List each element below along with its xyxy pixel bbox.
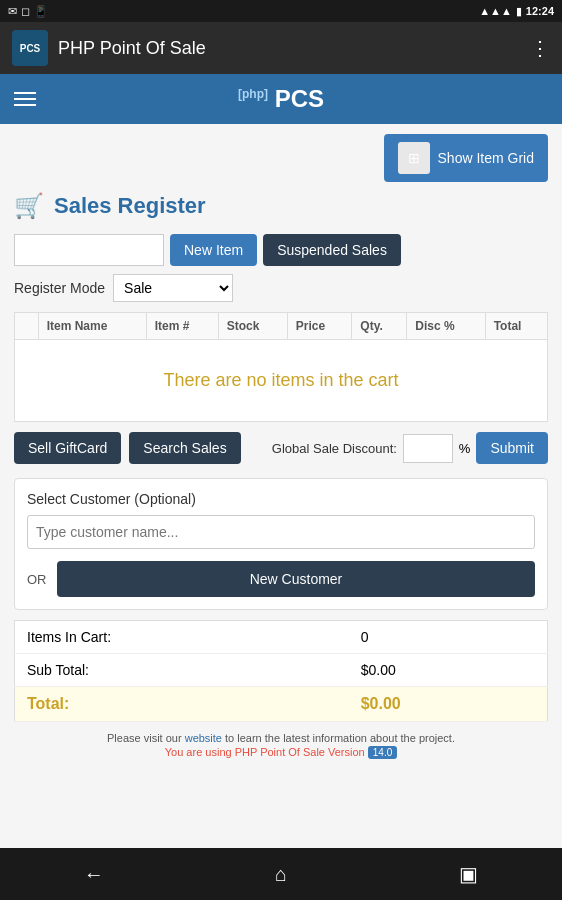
discount-label: Global Sale Discount: (272, 441, 397, 456)
status-time: 12:24 (526, 5, 554, 17)
show-item-grid-row: ⊞ Show Item Grid (14, 134, 548, 182)
battery-icon: ▮ (516, 5, 522, 18)
cart-empty-row: There are no items in the cart (15, 340, 548, 422)
bottom-nav: ← ⌂ ▣ (0, 848, 562, 900)
status-bar-right: ▲▲▲ ▮ 12:24 (479, 5, 554, 18)
customer-name-input[interactable] (27, 515, 535, 549)
col-disc: Disc % (407, 313, 485, 340)
new-item-button[interactable]: New Item (170, 234, 257, 266)
total-row: Total: $0.00 (15, 687, 548, 722)
show-item-grid-button[interactable]: ⊞ Show Item Grid (384, 134, 548, 182)
app-icon: PCS (12, 30, 48, 66)
wifi-icon: ▲▲▲ (479, 5, 512, 17)
items-in-cart-row: Items In Cart: 0 (15, 621, 548, 654)
footer-website-link[interactable]: website (185, 732, 222, 744)
or-text: OR (27, 572, 47, 587)
discount-input[interactable] (403, 434, 453, 463)
customer-section: Select Customer (Optional) OR New Custom… (14, 478, 548, 610)
app-icon-text: PCS (20, 43, 41, 54)
grid-icon: ⊞ (408, 150, 420, 166)
email-icon: ✉ (8, 5, 17, 18)
footer-visit-text: Please visit our (107, 732, 182, 744)
col-price: Price (287, 313, 352, 340)
version-badge: 14.0 (368, 746, 397, 759)
phone-icon: 📱 (34, 5, 48, 18)
col-item-name: Item Name (38, 313, 146, 340)
hamburger-lines (14, 92, 36, 106)
cart-icon: 🛒 (14, 192, 44, 220)
suspended-sales-button[interactable]: Suspended Sales (263, 234, 401, 266)
status-bar-left: ✉ ◻ 📱 (8, 5, 48, 18)
new-customer-button[interactable]: New Customer (57, 561, 535, 597)
items-in-cart-label: Items In Cart: (15, 621, 349, 654)
cart-empty-message: There are no items in the cart (15, 340, 548, 422)
nav-logo: [php] PCS (238, 85, 324, 113)
percent-sign: % (459, 441, 471, 456)
footer-version-row: You are using PHP Point Of Sale Version … (14, 746, 548, 758)
col-qty: Qty. (352, 313, 407, 340)
register-mode-select[interactable]: Sale Refund (113, 274, 233, 302)
sell-giftcard-button[interactable]: Sell GiftCard (14, 432, 121, 464)
app-menu-icon[interactable]: ⋮ (530, 36, 550, 60)
cart-table-header-row: Item Name Item # Stock Price Qty. Disc %… (15, 313, 548, 340)
summary-table: Items In Cart: 0 Sub Total: $0.00 Total:… (14, 620, 548, 722)
customer-section-label: Select Customer (Optional) (27, 491, 535, 507)
sales-register-heading: 🛒 Sales Register (14, 192, 548, 220)
col-stock: Stock (218, 313, 287, 340)
app-title: PHP Point Of Sale (58, 38, 206, 59)
register-mode-label: Register Mode (14, 280, 105, 296)
back-button[interactable]: ← (64, 854, 124, 894)
register-mode-row: Register Mode Sale Refund (14, 274, 548, 302)
home-button[interactable]: ⌂ (251, 854, 311, 894)
nav-bar: [php] PCS (0, 74, 562, 124)
hamburger-line-1 (14, 92, 36, 94)
sub-total-value: $0.00 (349, 654, 548, 687)
app-bar-left: PCS PHP Point Of Sale (12, 30, 206, 66)
col-total: Total (485, 313, 547, 340)
items-in-cart-value: 0 (349, 621, 548, 654)
sub-total-label: Sub Total: (15, 654, 349, 687)
cart-table: Item Name Item # Stock Price Qty. Disc %… (14, 312, 548, 422)
app-bar: PCS PHP Point Of Sale ⋮ (0, 22, 562, 74)
grid-icon-box: ⊞ (398, 142, 430, 174)
total-label: Total: (15, 687, 349, 722)
footer-using-text: You are using PHP Point Of Sale Version (165, 746, 365, 758)
discount-area: Global Sale Discount: % Submit (272, 432, 548, 464)
footer-learn-text: to learn the latest information about th… (225, 732, 455, 744)
sub-total-row: Sub Total: $0.00 (15, 654, 548, 687)
or-row: OR New Customer (27, 561, 535, 597)
hamburger-menu[interactable] (0, 74, 50, 124)
nav-logo-text: PCS (275, 85, 324, 112)
status-bar: ✉ ◻ 📱 ▲▲▲ ▮ 12:24 (0, 0, 562, 22)
nav-logo-bracket: [php] (238, 87, 268, 101)
sales-register-title: Sales Register (54, 193, 206, 219)
submit-button[interactable]: Submit (476, 432, 548, 464)
hamburger-line-2 (14, 98, 36, 100)
col-item-num: Item # (146, 313, 218, 340)
show-item-grid-label: Show Item Grid (438, 150, 534, 166)
main-content: ⊞ Show Item Grid 🛒 Sales Register New It… (0, 124, 562, 848)
total-value: $0.00 (349, 687, 548, 722)
item-search-input[interactable] (14, 234, 164, 266)
footer: Please visit our website to learn the la… (14, 732, 548, 758)
hamburger-line-3 (14, 104, 36, 106)
search-sales-button[interactable]: Search Sales (129, 432, 240, 464)
col-checkbox (15, 313, 39, 340)
item-search-row: New Item Suspended Sales (14, 234, 548, 266)
recents-button[interactable]: ▣ (438, 854, 498, 894)
notification-icon: ◻ (21, 5, 30, 18)
action-row: Sell GiftCard Search Sales Global Sale D… (14, 432, 548, 464)
